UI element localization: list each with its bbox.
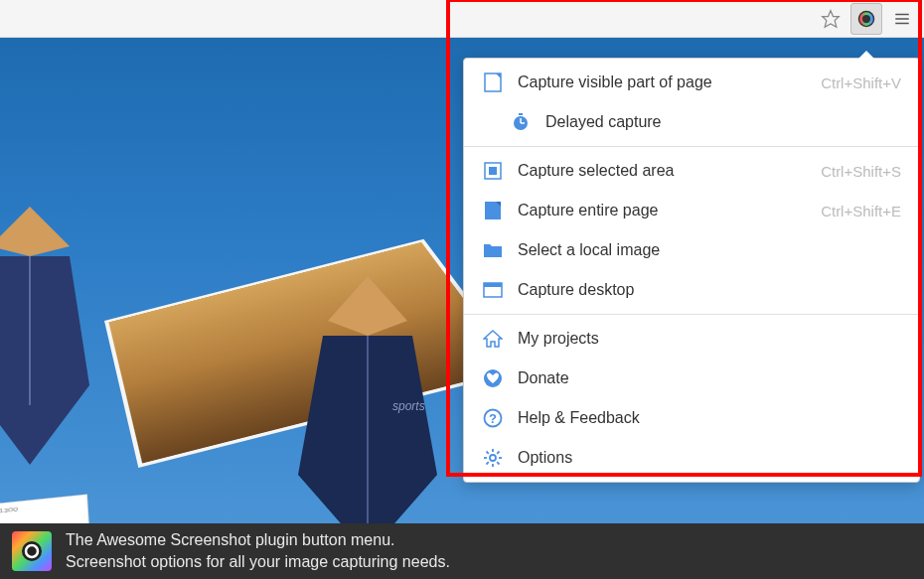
folder-icon (482, 239, 504, 261)
svg-marker-6 (0, 207, 70, 256)
gear-icon (482, 447, 504, 469)
caption-line-2: Screenshot options for all your image ca… (66, 551, 450, 573)
page-icon (482, 72, 504, 93)
menu-label: Capture selected area (518, 162, 821, 180)
menu-label: Delayed capture (545, 113, 901, 131)
menu-select-local[interactable]: Select a local image (464, 230, 919, 270)
chrome-menu-button[interactable] (888, 5, 916, 33)
svg-rect-16 (519, 113, 523, 115)
selection-icon (482, 160, 504, 182)
svg-marker-9 (328, 276, 407, 336)
menu-divider (464, 146, 919, 147)
menu-my-projects[interactable]: My projects (464, 319, 919, 359)
menu-capture-desktop[interactable]: Capture desktop (464, 270, 919, 310)
kite-figure-2: sports (288, 276, 447, 523)
menu-shortcut: Ctrl+Shift+E (821, 203, 901, 219)
menu-shortcut: Ctrl+Shift+V (821, 74, 901, 91)
menu-delayed-capture[interactable]: Delayed capture (464, 102, 919, 142)
menu-help-feedback[interactable]: ? Help & Feedback (464, 398, 919, 438)
svg-marker-0 (823, 10, 840, 27)
svg-marker-7 (0, 256, 89, 465)
caption-bar: The Awesome Screenshot plugin button men… (0, 523, 924, 579)
menu-label: Donate (518, 369, 901, 387)
menu-capture-visible[interactable]: Capture visible part of page Ctrl+Shift+… (464, 63, 919, 102)
kite-figure-1 (0, 207, 99, 469)
timer-icon (510, 111, 532, 133)
svg-rect-21 (485, 202, 501, 219)
menu-label: My projects (518, 330, 901, 348)
caption-line-1: The Awesome Screenshot plugin button men… (66, 529, 450, 551)
menu-label: Options (518, 449, 901, 467)
svg-line-34 (497, 462, 499, 464)
menu-donate[interactable]: Donate (464, 359, 919, 398)
menu-label: Capture visible part of page (518, 73, 821, 91)
svg-text:sports: sports (392, 399, 425, 413)
svg-line-35 (487, 462, 489, 464)
svg-rect-13 (485, 73, 501, 91)
home-icon (482, 328, 504, 350)
menu-shortcut: Ctrl+Shift+S (821, 163, 901, 180)
menu-label: Select a local image (518, 241, 901, 259)
background-small-card: 1300 (0, 494, 91, 523)
bookmark-star-button[interactable] (817, 5, 845, 33)
caption-text: The Awesome Screenshot plugin button men… (66, 529, 450, 572)
svg-point-28 (490, 455, 496, 461)
awesome-screenshot-extension-button[interactable] (850, 3, 882, 35)
svg-rect-20 (489, 167, 497, 175)
help-icon: ? (482, 407, 504, 429)
svg-rect-24 (484, 283, 502, 287)
page-icon (482, 200, 504, 221)
desktop-icon (482, 279, 504, 301)
awesome-screenshot-logo-icon (12, 531, 52, 571)
menu-capture-selected[interactable]: Capture selected area Ctrl+Shift+S (464, 151, 919, 191)
browser-toolbar (0, 0, 924, 38)
svg-line-33 (487, 452, 489, 454)
svg-text:?: ? (489, 411, 497, 426)
heart-icon (482, 367, 504, 389)
extension-dropdown-menu: Capture visible part of page Ctrl+Shift+… (463, 58, 920, 483)
menu-divider (464, 314, 919, 315)
menu-label: Capture desktop (518, 281, 901, 299)
menu-options[interactable]: Options (464, 438, 919, 478)
menu-capture-entire[interactable]: Capture entire page Ctrl+Shift+E (464, 191, 919, 230)
svg-line-36 (497, 452, 499, 454)
menu-label: Help & Feedback (518, 409, 901, 427)
menu-label: Capture entire page (518, 202, 821, 219)
